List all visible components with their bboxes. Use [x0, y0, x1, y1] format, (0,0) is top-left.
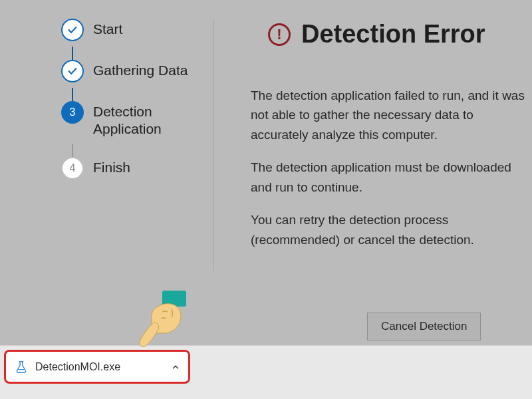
step-connector	[72, 47, 73, 60]
step-connector	[72, 88, 73, 101]
error-paragraph: The detection application failed to run,…	[251, 86, 530, 144]
step-gathering-data: Gathering Data	[61, 60, 200, 82]
step-label: Finish	[93, 157, 130, 176]
flask-file-icon	[14, 360, 29, 374]
wizard-main: Start Gathering Data 3 Detection Applica…	[0, 0, 532, 345]
progress-stepper: Start Gathering Data 3 Detection Applica…	[0, 0, 213, 345]
error-circle-icon: !	[268, 23, 291, 46]
step-connector	[72, 144, 73, 157]
step-label: Start	[93, 19, 122, 38]
browser-download-bar: DetectionMOI.exe	[0, 345, 532, 399]
step-detection-application: 3 Detection Application	[61, 101, 200, 138]
page-title: Detection Error	[301, 20, 485, 49]
step-start: Start	[61, 19, 200, 41]
error-paragraph: You can retry the detection process (rec…	[251, 210, 530, 249]
check-icon	[61, 19, 84, 41]
step-number-badge: 4	[61, 157, 84, 180]
cancel-detection-button[interactable]: Cancel Detection	[367, 313, 481, 340]
step-label: Gathering Data	[93, 60, 188, 79]
step-finish: 4 Finish	[61, 157, 200, 180]
error-paragraph: The detection application must be downlo…	[251, 158, 530, 197]
download-item[interactable]: DetectionMOI.exe	[4, 350, 190, 384]
step-number-badge: 3	[61, 101, 84, 124]
error-body: The detection application failed to run,…	[251, 86, 530, 249]
chevron-up-icon[interactable]	[171, 362, 180, 372]
download-filename: DetectionMOI.exe	[35, 361, 164, 373]
step-label: Detection Application	[93, 101, 200, 138]
error-panel: ! Detection Error The detection applicat…	[213, 0, 532, 345]
error-heading: ! Detection Error	[268, 20, 532, 49]
check-icon	[61, 60, 84, 82]
